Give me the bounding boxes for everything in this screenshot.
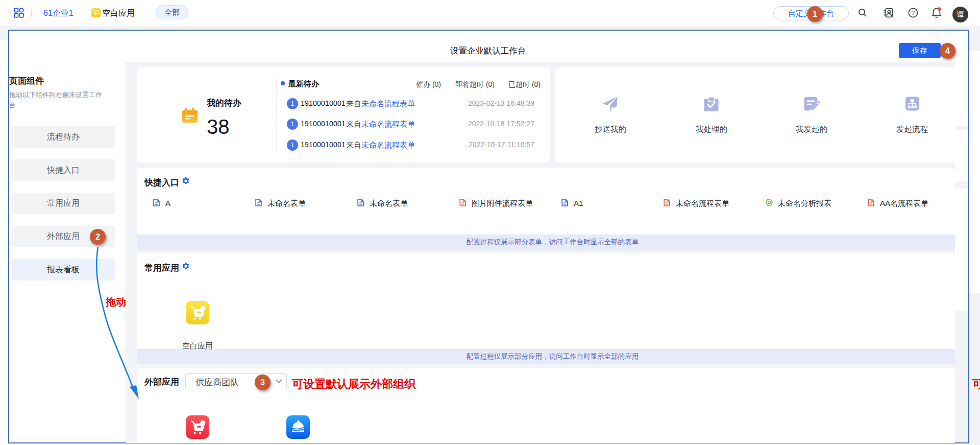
svg-text:?: ? [912, 10, 915, 16]
